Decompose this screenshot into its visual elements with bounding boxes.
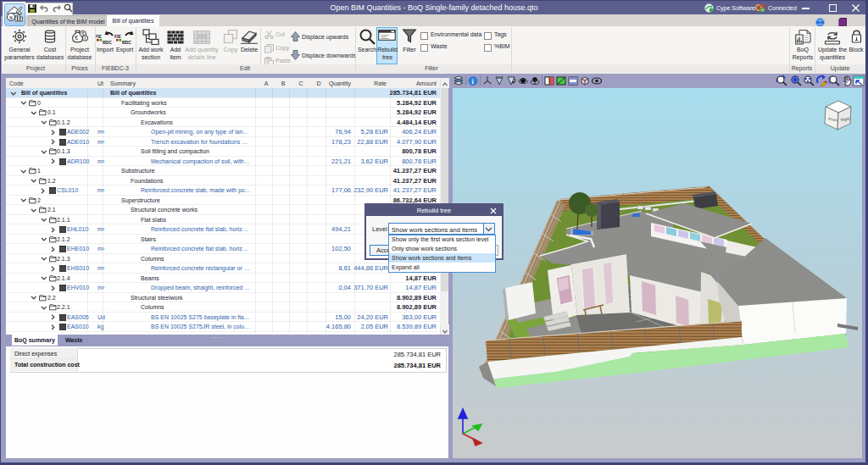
svg-text:BDC: BDC xyxy=(103,40,112,45)
svg-text:¢: ¢ xyxy=(84,36,86,41)
svg-text:BDC: BDC xyxy=(122,40,131,45)
svg-text:FIE: FIE xyxy=(95,34,102,39)
svg-text:FIE: FIE xyxy=(114,34,121,39)
svg-text:€: € xyxy=(75,35,78,41)
svg-text:S: S xyxy=(9,14,13,21)
